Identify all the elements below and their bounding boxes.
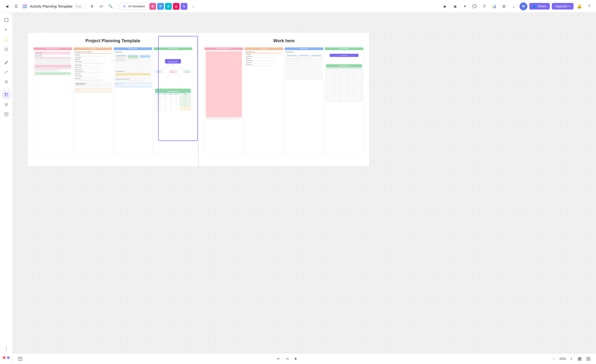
svg-text:Done: Done bbox=[184, 102, 186, 103]
bottom-right-section: − 22% + bbox=[551, 355, 592, 363]
canvas-area[interactable]: Project Planning Template Brainstorm Act… bbox=[13, 13, 596, 353]
right-col2-content: Activity Plan of XXX 1. Background 2. Ac… bbox=[245, 50, 283, 154]
svg-text:Sage: Sage bbox=[164, 110, 166, 110]
svg-point-12 bbox=[184, 6, 185, 8]
analytics-button[interactable]: 📊 bbox=[490, 2, 498, 10]
toolbar-right: ▶ ◉ ✦ 💬 ⏱ 📊 ⊞ ⌄ W 👥 Share Upgrade + 🔔 ? bbox=[441, 2, 593, 10]
col3-content: Activity Kanban To-do|Doing|Done bbox=[114, 50, 152, 154]
upgrade-button[interactable]: Upgrade + bbox=[552, 3, 574, 10]
svg-text:Progress: Progress bbox=[184, 94, 187, 95]
svg-text:Offline: Offline bbox=[158, 72, 160, 73]
comment-button[interactable]: 💬 bbox=[471, 2, 478, 10]
right-col1-placeholder bbox=[206, 51, 242, 117]
history-button[interactable]: ⏱ bbox=[480, 2, 488, 10]
sparkle-button[interactable]: ✦ bbox=[461, 2, 469, 10]
svg-marker-10 bbox=[175, 5, 177, 8]
share-icon: 👥 bbox=[533, 4, 537, 8]
svg-rect-13 bbox=[5, 18, 8, 22]
download-button[interactable]: ⬇ bbox=[88, 2, 96, 10]
share-label: Share bbox=[538, 4, 546, 8]
right-col3-content: Activity Kanban To-do|Doing|Done bbox=[285, 50, 323, 154]
svg-text:In do...: In do... bbox=[184, 108, 186, 108]
svg-rect-144 bbox=[587, 359, 588, 361]
present-button[interactable]: ◉ bbox=[451, 2, 459, 10]
svg-text:Designer: Designer bbox=[164, 100, 166, 101]
col2-content: Activity Plan of Love Story Collection 1… bbox=[74, 50, 112, 154]
ai-label: AI Assistant bbox=[128, 4, 145, 8]
svg-rect-2 bbox=[25, 5, 27, 6]
redo-button[interactable]: ↪ bbox=[283, 355, 291, 363]
undo-button[interactable]: ↩ bbox=[275, 355, 282, 363]
dot-3 bbox=[6, 350, 7, 351]
svg-text:Write PR articles: Write PR articles bbox=[156, 104, 161, 105]
dot-2 bbox=[6, 349, 7, 350]
notification-button[interactable]: 🔔 bbox=[575, 2, 583, 10]
ai-icon: ✦ bbox=[123, 4, 127, 8]
collapse-button[interactable]: ‹ bbox=[189, 2, 197, 10]
zoom-level-display[interactable]: 22% bbox=[558, 357, 567, 361]
svg-text:02/10: 02/10 bbox=[176, 100, 177, 101]
svg-text:Done: Done bbox=[184, 104, 186, 105]
app-icon-4[interactable] bbox=[173, 3, 180, 10]
ai-assistant-button[interactable]: ✦ AI Assistant bbox=[119, 3, 148, 10]
left-sidebar: T bbox=[0, 13, 13, 364]
grid-button[interactable]: ⊞ bbox=[500, 2, 508, 10]
svg-text:Hierarchy: Hierarchy bbox=[185, 72, 189, 73]
sidebar-item-table[interactable] bbox=[2, 110, 11, 119]
zoom-out-button[interactable]: − bbox=[551, 356, 557, 362]
svg-text:T: T bbox=[5, 28, 7, 32]
zoom-in-button[interactable]: + bbox=[568, 356, 574, 362]
search-button[interactable]: 🔍 bbox=[107, 2, 114, 10]
user-avatar[interactable]: W bbox=[520, 2, 527, 10]
more-button[interactable]: ⌄ bbox=[510, 2, 518, 10]
left-frame-title: Project Planning Template bbox=[33, 38, 192, 43]
toolbar: ◀ ☰ Activity Planning Template Free ⬇ 🏷 … bbox=[0, 0, 596, 13]
menu-button[interactable]: ☰ bbox=[12, 2, 20, 10]
sidebar-item-text[interactable]: T bbox=[2, 25, 11, 34]
sidebar-item-sticky[interactable] bbox=[2, 35, 11, 44]
svg-text:Designer: Designer bbox=[164, 98, 166, 99]
app-icon-1[interactable]: ✦ bbox=[149, 3, 156, 10]
cursor-button[interactable] bbox=[292, 355, 300, 363]
svg-text:✦: ✦ bbox=[152, 5, 153, 8]
app-icon-5[interactable] bbox=[181, 3, 187, 10]
scene-overview-button[interactable] bbox=[17, 355, 24, 363]
svg-rect-139 bbox=[580, 357, 581, 359]
right-frame: Work here Brainstorm Activity Theme Acti… bbox=[198, 32, 369, 167]
dot-1 bbox=[6, 347, 7, 348]
app-icon-3[interactable] bbox=[165, 3, 172, 10]
sidebar-item-list[interactable] bbox=[2, 100, 11, 109]
sidebar-item-select[interactable] bbox=[2, 16, 11, 24]
svg-rect-145 bbox=[589, 359, 590, 361]
svg-rect-138 bbox=[578, 357, 579, 359]
sidebar-item-cross[interactable] bbox=[2, 77, 11, 86]
svg-text:01/24: 01/24 bbox=[170, 98, 172, 99]
fit-to-screen-button[interactable] bbox=[576, 355, 583, 363]
sidebar-item-pen[interactable] bbox=[2, 58, 11, 67]
share-button[interactable]: 👥 Share bbox=[529, 3, 550, 10]
play-button[interactable]: ▶ bbox=[441, 2, 449, 10]
tag-button[interactable]: 🏷 bbox=[97, 2, 105, 10]
right-col1-header: Brainstorm Activity Theme bbox=[205, 47, 243, 50]
col1-header: Brainstorm Activity Theme bbox=[33, 47, 72, 50]
right-col-activity-promotion: Activity Promotion Promotion plan Activi… bbox=[325, 47, 363, 155]
back-button[interactable]: ◀ bbox=[3, 2, 11, 10]
right-col4-content: Promotion plan Activity Material Task Pe… bbox=[325, 50, 363, 154]
color-purple[interactable] bbox=[7, 356, 10, 359]
left-frame: Project Planning Template Brainstorm Act… bbox=[27, 32, 198, 167]
bottom-toolbar: ↩ ↪ − 22% + bbox=[13, 353, 596, 364]
sidebar-item-template[interactable] bbox=[2, 90, 11, 99]
svg-point-0 bbox=[22, 3, 28, 10]
col1-content: Brainstorm Theme Topic A Topic B bbox=[33, 50, 72, 154]
grid-view-button[interactable] bbox=[585, 355, 592, 363]
help-button[interactable]: ? bbox=[585, 2, 593, 10]
sidebar-item-shapes[interactable] bbox=[2, 45, 11, 54]
sidebar-divider-2 bbox=[3, 88, 10, 88]
sidebar-divider-1 bbox=[3, 56, 10, 56]
right-col3-header: Division of Work bbox=[285, 47, 323, 50]
sidebar-item-connector[interactable] bbox=[2, 68, 11, 76]
svg-text:Design posters: Design posters bbox=[157, 100, 161, 101]
svg-text:02/01: 02/01 bbox=[170, 100, 172, 101]
app-icon-2[interactable]: P bbox=[157, 3, 164, 10]
color-pink[interactable] bbox=[3, 356, 6, 359]
